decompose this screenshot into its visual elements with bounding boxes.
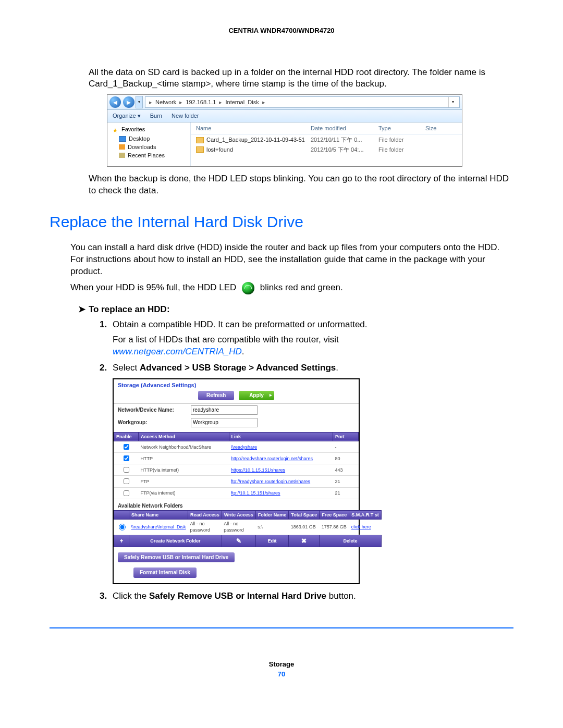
- share-link[interactable]: http://readyshare.routerlogin.net/shares: [231, 456, 313, 461]
- task-heading: ➤To replace an HDD:: [50, 304, 513, 316]
- enable-checkbox[interactable]: [124, 490, 129, 496]
- desktop-icon: [119, 136, 126, 142]
- address-bar[interactable]: ▸ Network▸ 192.168.1.1▸ Internal_Disk▸ ▾: [145, 96, 460, 108]
- share-link[interactable]: ftp://readyshare.routerlogin.net/shares: [231, 479, 310, 484]
- devname-input[interactable]: [191, 405, 258, 415]
- sidebar-item-downloads[interactable]: Downloads: [119, 143, 188, 151]
- page-number: 70: [50, 670, 513, 679]
- footer-title: Storage: [50, 660, 513, 669]
- router-settings-screenshot: Storage (Advanced Settings) Refresh Appl…: [113, 378, 360, 584]
- folders-table: Share Name Read Access Write Access Fold…: [114, 510, 382, 547]
- share-path-link[interactable]: \\readyshare\Internal_Disk: [131, 524, 186, 529]
- apply-button[interactable]: Apply: [239, 391, 274, 400]
- panel-title: Storage (Advanced Settings): [114, 379, 359, 390]
- enable-checkbox[interactable]: [124, 444, 129, 450]
- explorer-sidebar: ★Favorites Desktop Downloads Recent Plac…: [107, 122, 191, 166]
- access-methods-table: Enable Access Method Link Port Network N…: [114, 432, 359, 499]
- smart-link[interactable]: click here: [351, 524, 371, 529]
- breadcrumb[interactable]: Internal_Disk: [225, 98, 259, 106]
- recent-icon: [119, 153, 125, 158]
- downloads-icon: [119, 144, 125, 150]
- edit-icon[interactable]: ✎: [222, 535, 255, 547]
- intro-paragraph: All the data on SD card is backed up in …: [50, 67, 513, 91]
- folder-row: \\readyshare\Internal_Disk All - no pass…: [114, 520, 382, 535]
- nav-history-dropdown[interactable]: ▾: [136, 96, 143, 108]
- sidebar-item-desktop[interactable]: Desktop: [119, 135, 188, 143]
- sidebar-item-recent[interactable]: Recent Places: [119, 152, 188, 159]
- table-row: Network Neighborhood/MacShare \\readysha…: [114, 441, 359, 453]
- folder-icon: [196, 146, 204, 153]
- address-dropdown-icon[interactable]: ▾: [448, 97, 457, 107]
- led-line: When your HDD is 95% full, the HDD LED b…: [50, 282, 513, 294]
- edit-button[interactable]: Edit: [255, 535, 289, 547]
- favorites-label: Favorites: [121, 126, 145, 133]
- refresh-button[interactable]: Refresh: [198, 391, 234, 400]
- workgroup-input[interactable]: [191, 418, 258, 427]
- explorer-window: ◄ ► ▾ ▸ Network▸ 192.168.1.1▸ Internal_D…: [107, 94, 462, 166]
- add-icon[interactable]: +: [114, 535, 129, 547]
- arrow-icon: ➤: [78, 304, 85, 316]
- body-paragraph: You can install a hard disk drive (HDD) …: [50, 242, 513, 278]
- table-row: FTP ftp://readyshare.routerlogin.net/sha…: [114, 476, 359, 487]
- forward-button[interactable]: ►: [123, 96, 134, 108]
- breadcrumb[interactable]: Network: [155, 98, 176, 106]
- format-disk-button[interactable]: Format Internal Disk: [133, 567, 197, 578]
- step-1: Obtain a compatible HDD. It can be prefo…: [109, 319, 513, 358]
- footer-rule: [50, 627, 513, 628]
- share-link[interactable]: \\readyshare: [231, 445, 257, 450]
- table-row: FTP(via internet) ftp://10.1.15.151/shar…: [114, 487, 359, 499]
- organize-menu[interactable]: Organize ▾: [113, 112, 141, 120]
- back-button[interactable]: ◄: [109, 96, 121, 108]
- table-row: HTTP(via internet) https://10.1.15.151/s…: [114, 464, 359, 476]
- col-type[interactable]: Type: [378, 125, 425, 132]
- new-folder-button[interactable]: New folder: [172, 112, 199, 120]
- step-2: Select Advanced > USB Storage > Advanced…: [109, 362, 513, 584]
- section-heading: Replace the Internal Hard Disk Drive: [50, 212, 513, 233]
- safely-remove-button[interactable]: Safely Remove USB or Internal Hard Drive: [118, 552, 235, 563]
- devname-label: Network/Device Name:: [118, 406, 191, 414]
- col-link: Link: [229, 432, 333, 441]
- burn-button[interactable]: Burn: [150, 112, 162, 120]
- col-port: Port: [333, 432, 359, 441]
- step-3: Click the Safely Remove USB or Internal …: [109, 590, 513, 602]
- enable-checkbox[interactable]: [124, 478, 129, 484]
- col-method: Access Method: [139, 432, 229, 441]
- col-enable: Enable: [114, 432, 139, 441]
- create-folder-button[interactable]: Create Network Folder: [129, 535, 222, 547]
- share-link[interactable]: ftp://10.1.15.151/shares: [231, 490, 280, 496]
- col-date[interactable]: Date modified: [311, 125, 378, 132]
- enable-checkbox[interactable]: [124, 467, 129, 473]
- star-icon: ★: [113, 127, 119, 133]
- file-row[interactable]: Card_1_Backup_2012-10-11-09-43-51 2012/1…: [191, 135, 462, 145]
- delete-button[interactable]: Delete: [320, 535, 382, 547]
- col-size[interactable]: Size: [425, 125, 457, 132]
- table-row: HTTP http://readyshare.routerlogin.net/s…: [114, 453, 359, 464]
- workgroup-label: Workgroup:: [118, 419, 191, 426]
- file-columns: Name Date modified Type Size: [191, 122, 462, 135]
- delete-icon[interactable]: ✖: [289, 535, 320, 547]
- share-link[interactable]: https://10.1.15.151/shares: [231, 467, 285, 473]
- available-folders-title: Available Network Folders: [114, 499, 359, 511]
- hdd-led-icon: [242, 282, 254, 294]
- breadcrumb[interactable]: 192.168.1.1: [186, 98, 216, 106]
- body-paragraph: When the backup is done, the HDD LED sto…: [50, 173, 513, 197]
- folder-radio[interactable]: [119, 524, 126, 530]
- folder-icon: [196, 137, 204, 143]
- compat-link[interactable]: www.netgear.com/CENTRIA_HD: [113, 347, 242, 356]
- col-name[interactable]: Name: [196, 125, 311, 132]
- page-header: CENTRIA WNDR4700/WNDR4720: [50, 26, 513, 35]
- file-row[interactable]: lost+found 2012/10/5 下午 04:... File fold…: [191, 145, 462, 155]
- enable-checkbox[interactable]: [124, 455, 129, 461]
